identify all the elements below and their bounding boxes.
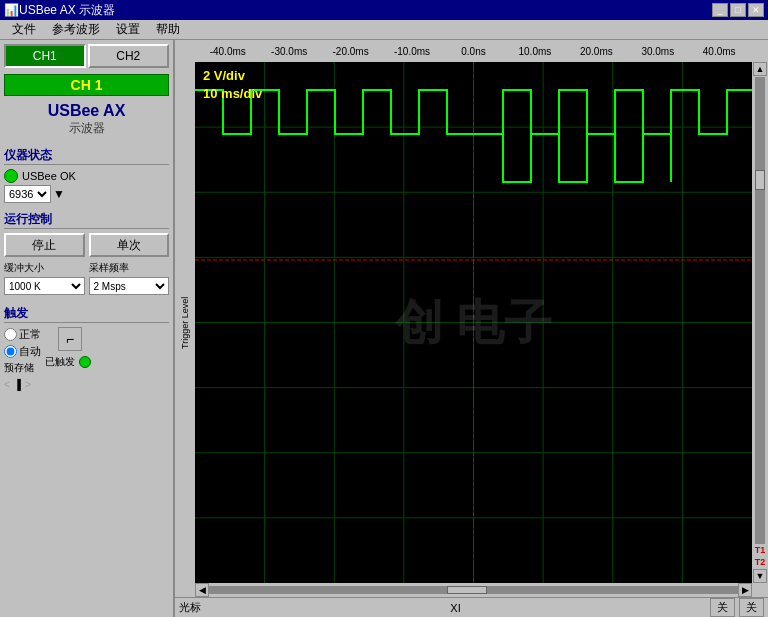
dropdown-arrow-icon: ▼	[53, 187, 65, 201]
brand-name: USBee AX	[4, 102, 169, 120]
scroll-right-arrow[interactable]: ▶	[738, 583, 752, 597]
time-label-0: -40.0ms	[197, 46, 258, 57]
app-title: USBee AX 示波器	[19, 2, 115, 19]
menu-refwave[interactable]: 参考波形	[44, 19, 108, 40]
brand-section: USBee AX 示波器	[4, 102, 169, 137]
close-button[interactable]: ✕	[748, 3, 764, 17]
close-btn-2[interactable]: 关	[739, 598, 764, 617]
scope-area: -40.0ms -30.0ms -20.0ms -10.0ms 0.0ns 10…	[175, 40, 768, 617]
brand-sub: 示波器	[4, 120, 169, 137]
xi-label: XI	[450, 602, 460, 614]
main-container: CH1 CH2 CH 1 USBee AX 示波器 仪器状态 USBee OK …	[0, 40, 768, 617]
trigger-auto-radio[interactable]: 自动	[4, 344, 41, 359]
buffer-label: 缓冲大小	[4, 261, 85, 275]
trigger-edge-icon[interactable]: ⌐	[58, 327, 82, 351]
scroll-down-arrow[interactable]: ▼	[753, 569, 767, 583]
trigger-section: 触发 正常 自动 预存储 < ▐	[4, 301, 169, 390]
menu-help[interactable]: 帮助	[148, 19, 188, 40]
run-section: 运行控制 停止 单次 缓冲大小 采样频率 1000 K 2 Msps	[4, 207, 169, 297]
time-label-5: 10.0ms	[504, 46, 565, 57]
time-label-2: -20.0ms	[320, 46, 381, 57]
scroll-thumb-v[interactable]	[755, 170, 765, 190]
buffer-select[interactable]: 1000 K	[4, 277, 85, 295]
scroll-up-arrow[interactable]: ▲	[753, 62, 767, 76]
axis-label: Trigger Level	[180, 296, 190, 348]
time-ruler: -40.0ms -30.0ms -20.0ms -10.0ms 0.0ns 10…	[175, 40, 768, 62]
channel-tabs: CH1 CH2	[4, 44, 169, 68]
stop-button[interactable]: 停止	[4, 233, 85, 257]
scope-status-bar: 光标 XI 关 关	[175, 597, 768, 617]
trigger-auto-input[interactable]	[4, 345, 17, 358]
title-icon: 📊	[4, 3, 19, 17]
scope-grid-svg	[195, 62, 752, 583]
maximize-button[interactable]: □	[730, 3, 746, 17]
t1-label: T1	[755, 545, 766, 557]
left-panel: CH1 CH2 CH 1 USBee AX 示波器 仪器状态 USBee OK …	[0, 40, 175, 617]
window-controls: _ □ ✕	[712, 3, 764, 17]
buffer-row: 缓冲大小 采样频率	[4, 261, 169, 275]
channel-active-label: CH 1	[4, 74, 169, 96]
minimize-button[interactable]: _	[712, 3, 728, 17]
scroll-thumb-h[interactable]	[447, 586, 487, 594]
status-led	[4, 169, 18, 183]
time-label-1: -30.0ms	[258, 46, 319, 57]
sample-select[interactable]: 2 Msps	[89, 277, 170, 295]
scope-canvas: 2 V/div 10 ms/div 创 电子	[195, 62, 752, 583]
time-labels-row: -40.0ms -30.0ms -20.0ms -10.0ms 0.0ns 10…	[195, 46, 752, 57]
time-label-7: 30.0ms	[627, 46, 688, 57]
sample-label: 采样频率	[89, 261, 170, 275]
scope-hscrollbar: ◀ ▶	[175, 583, 768, 597]
run-title: 运行控制	[4, 211, 169, 229]
time-label-8: 40.0ms	[689, 46, 750, 57]
cursor-label: 光标	[179, 600, 201, 615]
t2-label: T2	[755, 557, 766, 569]
trigger-normal-input[interactable]	[4, 328, 17, 341]
scope-body: Trigger Level	[175, 62, 768, 583]
scroll-track-h	[209, 586, 738, 594]
run-btn-row: 停止 单次	[4, 233, 169, 257]
trigger-title: 触发	[4, 305, 169, 323]
triggered-led	[79, 356, 91, 368]
status-row: USBee OK	[4, 169, 169, 183]
trigger-normal-label: 正常	[19, 327, 41, 342]
time-label-3: -10.0ms	[381, 46, 442, 57]
time-label-6: 20.0ms	[566, 46, 627, 57]
scroll-track-v	[755, 77, 765, 544]
trigger-auto-label: 自动	[19, 344, 41, 359]
param-select-row: 1000 K 2 Msps	[4, 277, 169, 295]
trigger-level-axis: Trigger Level	[175, 62, 195, 583]
triggered-label: 已触发	[45, 355, 75, 369]
time-div-label: 10 ms/div	[203, 86, 262, 101]
status-section: 仪器状态 USBee OK 6936 ▼	[4, 143, 169, 203]
title-bar: 📊 USBee AX 示波器 _ □ ✕	[0, 0, 768, 20]
trigger-normal-radio[interactable]: 正常	[4, 327, 41, 342]
prestore-label: 预存储	[4, 361, 34, 375]
menu-bar: 文件 参考波形 设置 帮助	[0, 20, 768, 40]
time-label-4: 0.0ns	[443, 46, 504, 57]
status-text: USBee OK	[22, 170, 76, 182]
single-button[interactable]: 单次	[89, 233, 170, 257]
status-title: 仪器状态	[4, 147, 169, 165]
trigger-prestore: 预存储	[4, 361, 41, 375]
ch2-tab[interactable]: CH2	[88, 44, 170, 68]
ch1-tab[interactable]: CH1	[4, 44, 86, 68]
close-buttons: 关 关	[710, 598, 764, 617]
menu-file[interactable]: 文件	[4, 19, 44, 40]
device-select[interactable]: 6936	[4, 185, 51, 203]
volt-div-label: 2 V/div	[203, 68, 245, 83]
scope-right-scrollbar: ▲ T1 T2 ▼	[752, 62, 768, 583]
menu-settings[interactable]: 设置	[108, 19, 148, 40]
device-select-row: 6936 ▼	[4, 185, 169, 203]
scroll-left-arrow[interactable]: ◀	[195, 583, 209, 597]
close-btn-1[interactable]: 关	[710, 598, 735, 617]
